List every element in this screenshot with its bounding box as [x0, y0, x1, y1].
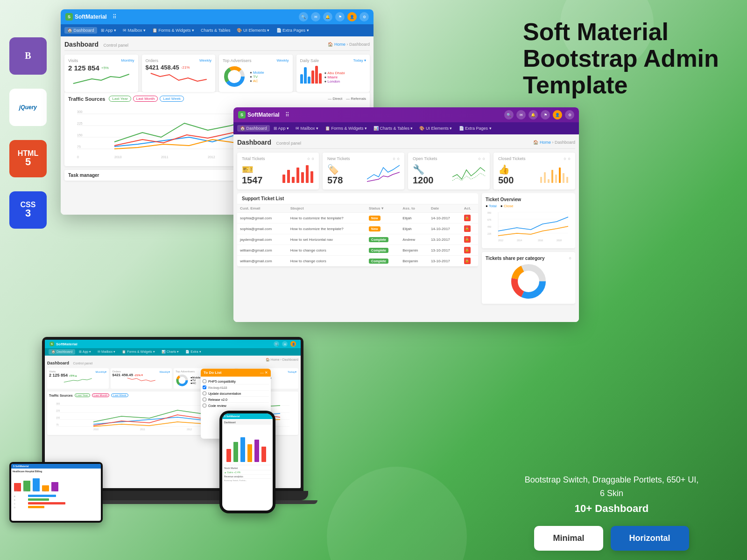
small-device-bar-area: Feb Mar Apr May Jun [13, 474, 99, 492]
nav-forms[interactable]: 📋 Forms & Widgets ▾ [149, 27, 197, 34]
css3-logo: CSS 3 [9, 191, 47, 229]
traffic-sources-header: Traffic Sources Last Year Last Month Las… [68, 96, 366, 102]
svg-rect-20 [282, 175, 285, 183]
laptop-nav-app[interactable]: ⊞ App ▾ [76, 349, 94, 355]
win2-bell-icon[interactable]: 🔔 [529, 110, 538, 119]
pill-last-year[interactable]: Last Year [109, 96, 131, 102]
svg-rect-79 [261, 447, 266, 462]
avatar-icon[interactable]: 👤 [347, 12, 357, 21]
todo-checkbox-4[interactable] [203, 398, 206, 401]
tickets-category-toggle[interactable]: ○ [569, 256, 571, 261]
win2-search-icon[interactable]: 🔍 [504, 110, 514, 119]
new-tickets-label: New Tickets [327, 156, 350, 161]
row-action[interactable]: 🔒 [461, 256, 478, 266]
row-action[interactable]: 🔒 [461, 224, 478, 234]
win2-bookmark-icon[interactable]: ⚑ [541, 110, 550, 119]
laptop-nav-forms[interactable]: 📋 Forms & Widgets ▾ [119, 349, 158, 355]
minimal-button[interactable]: Minimal [534, 526, 603, 551]
svg-rect-34 [566, 177, 568, 183]
win2-nav-app[interactable]: ⊞ App ▾ [271, 125, 292, 132]
row-status: New [366, 224, 400, 234]
closed-tickets-value: 500 [498, 175, 514, 186]
phone-topbar: S SoftMaterial [222, 413, 273, 419]
win1-brand: S SoftMaterial [65, 13, 107, 21]
laptop-avatar-icon[interactable]: 👤 [290, 341, 296, 347]
closed-tickets-circle2[interactable]: ○ [568, 156, 571, 161]
win2-nav-extra[interactable]: 📄 Extra Pages ▾ [456, 125, 494, 132]
nav-ui[interactable]: 🎨 UI Elements ▾ [234, 27, 272, 34]
win2-mail-icon[interactable]: ✉ [516, 110, 526, 119]
total-tickets-circle2[interactable]: ○ [312, 156, 314, 161]
todo-minimize-icon[interactable]: — [260, 371, 264, 375]
win2-nav-charts[interactable]: 📊 Charts & Tables ▾ [371, 125, 416, 132]
new-tickets-circle1[interactable]: ○ [393, 156, 395, 161]
svg-rect-33 [563, 173, 564, 183]
orders-filter[interactable]: Weekly [199, 58, 211, 63]
open-tickets-circle2[interactable]: ○ [483, 156, 485, 161]
todo-checkbox-3[interactable] [203, 392, 206, 395]
win2-bottom-row: Support Ticket List Cust. Email Sbuject … [237, 193, 575, 318]
svg-text:225: 225 [77, 122, 83, 125]
advertisers-filter[interactable]: Weekly [276, 58, 289, 63]
win1-nav: 🏠 Dashboard ⊞ App ▾ ✉ Mailbox ▾ 📋 Forms … [61, 24, 374, 36]
laptop-breadcrumb: 🏠 Home › Dashboard [266, 358, 298, 366]
closed-tickets-circle1[interactable]: ○ [564, 156, 566, 161]
daily-sale-filter[interactable]: Today ▾ [353, 58, 366, 63]
win2-nav-forms[interactable]: 📋 Forms & Widgets ▾ [322, 125, 370, 132]
col-assignee: Ass. to [400, 204, 428, 213]
support-ticket-table: Support Ticket List Cust. Email Sbuject … [237, 193, 478, 266]
todo-item: Release v2.0 [203, 397, 269, 403]
todo-checkbox-5[interactable] [203, 404, 206, 407]
row-action[interactable]: 🔒 [461, 245, 478, 256]
visits-filter[interactable]: Monthly [121, 58, 134, 63]
orders-sparkline [146, 71, 212, 85]
nav-charts[interactable]: Charts & Tables [198, 27, 233, 34]
todo-close-icon[interactable]: ✕ [265, 371, 268, 375]
pill-last-week[interactable]: Last Week [160, 96, 184, 102]
win2-nav-ui[interactable]: 🎨 UI Elements ▾ [416, 125, 455, 132]
nav-dashboard[interactable]: 🏠 Dashboard [64, 27, 97, 34]
nav-extra[interactable]: 📄 Extra Pages ▾ [274, 27, 312, 34]
svg-rect-26 [310, 171, 313, 183]
svg-text:75: 75 [56, 423, 59, 426]
horizontal-button[interactable]: Horizontal [611, 526, 689, 551]
laptop-nav-mailbox[interactable]: ✉ Mailbox ▾ [95, 349, 118, 355]
row-assignee: Elijah [400, 213, 428, 224]
svg-text:Feb: Feb [14, 490, 18, 492]
todo-checkbox-2[interactable] [203, 385, 206, 389]
todo-text-1: PHP5 compatibility [208, 380, 236, 383]
total-tickets-circle1[interactable]: ○ [307, 156, 310, 161]
open-tickets-circle1[interactable]: ○ [478, 156, 480, 161]
win2-avatar-icon[interactable]: 👤 [553, 110, 562, 119]
laptop-mail-icon[interactable]: ✉ [282, 341, 288, 347]
visits-sparkline [68, 72, 134, 86]
nav-app[interactable]: ⊞ App ▾ [98, 27, 120, 34]
search-icon[interactable]: 🔍 [299, 12, 308, 21]
todo-actions[interactable]: — ✕ [260, 371, 268, 375]
tech-logos-section: B jQuery HTML 5 CSS 3 [9, 37, 47, 229]
win2-nav-mailbox[interactable]: ✉ Mailbox ▾ [293, 125, 321, 132]
nav-mailbox[interactable]: ✉ Mailbox ▾ [120, 27, 148, 34]
bell-icon[interactable]: 🔔 [323, 12, 332, 21]
new-tickets-circle2[interactable]: ○ [397, 156, 400, 161]
chart-filter-pills[interactable]: Last Year Last Month Last Week [109, 96, 184, 102]
mail-icon[interactable]: ✉ [311, 12, 320, 21]
bootstrap-logo: B [9, 37, 47, 75]
laptop-search-icon[interactable]: 🔍 [274, 341, 279, 347]
laptop-nav-dashboard[interactable]: 🏠 Dashboard [49, 349, 75, 355]
pill-last-month[interactable]: Last Month [133, 96, 158, 102]
new-tickets-value: 578 [327, 175, 343, 186]
laptop-nav-extra[interactable]: 📄 Extra ▾ [183, 349, 204, 355]
win2-nav-dashboard[interactable]: 🏠 Dashboard [237, 125, 270, 132]
row-assignee: Benjamin [400, 245, 428, 256]
row-action[interactable]: 🔒 [461, 213, 478, 224]
win2-settings-icon[interactable]: ⚙ [565, 110, 574, 119]
theme-buttons[interactable]: Minimal Horizontal [495, 526, 728, 551]
todo-checkbox-1[interactable] [203, 379, 206, 383]
row-action[interactable]: 🔒 [461, 234, 478, 245]
settings-icon[interactable]: ⚙ [359, 12, 369, 21]
screenshot-dark-theme: S SoftMaterial ⠿ 🔍 ✉ 🔔 ⚑ 👤 ⚙ 🏠 Dashboard… [233, 107, 579, 322]
row-subject: How to change colors [288, 256, 366, 266]
bookmark-icon[interactable]: ⚑ [335, 12, 345, 21]
laptop-nav-charts[interactable]: 📊 Charts ▾ [159, 349, 182, 355]
